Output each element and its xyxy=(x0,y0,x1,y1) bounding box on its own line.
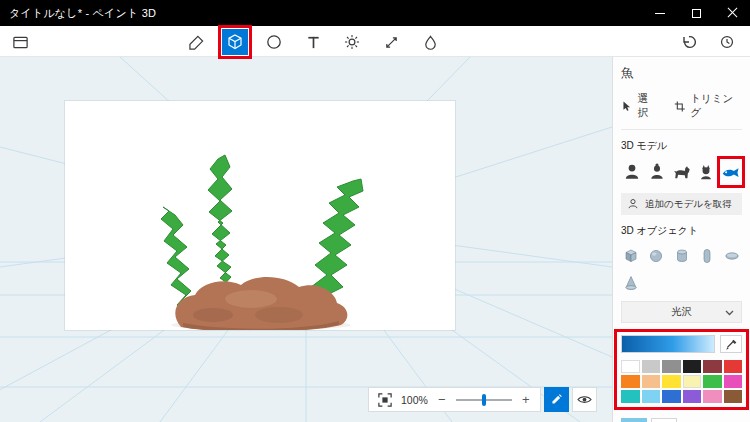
palette-swatch[interactable] xyxy=(724,375,743,388)
current-color-swatch[interactable] xyxy=(621,418,647,422)
text-icon xyxy=(306,35,321,50)
model-row xyxy=(621,160,742,184)
palette-swatch[interactable] xyxy=(683,390,702,403)
object-cylinder[interactable] xyxy=(672,245,692,267)
palette-swatch[interactable] xyxy=(724,360,743,373)
palette-swatch[interactable] xyxy=(642,390,661,403)
select-cursor-icon xyxy=(621,100,633,113)
panel-actions: 選択 トリミング xyxy=(621,92,742,130)
palette-swatch[interactable] xyxy=(662,390,681,403)
models-section-label: 3D モデル xyxy=(621,139,742,153)
color-palette xyxy=(621,360,742,403)
minimize-icon xyxy=(655,13,665,14)
palette-swatch[interactable] xyxy=(621,390,640,403)
model-dog[interactable] xyxy=(671,160,693,184)
menu-button[interactable] xyxy=(8,30,32,54)
get-more-models-label: 追加のモデルを取得 xyxy=(645,198,732,211)
chevron-down-icon xyxy=(725,310,734,316)
zoom-out-button[interactable]: − xyxy=(437,393,447,406)
close-button[interactable] xyxy=(714,0,750,26)
maximize-button[interactable] xyxy=(678,0,714,26)
zoom-bar: 100% − + xyxy=(368,387,597,412)
3d-shapes-icon xyxy=(227,34,243,50)
undo-button[interactable] xyxy=(678,31,700,53)
model-fish[interactable] xyxy=(720,160,742,184)
object-row-2 xyxy=(621,272,742,294)
tool-canvas[interactable] xyxy=(378,29,404,55)
palette-swatch[interactable] xyxy=(703,390,722,403)
close-icon xyxy=(727,8,737,18)
model-man[interactable] xyxy=(621,160,643,184)
toolbar xyxy=(0,26,750,57)
palette-swatch[interactable] xyxy=(703,375,722,388)
cat-icon xyxy=(697,163,715,181)
palette-swatch[interactable] xyxy=(724,390,743,403)
object-cube[interactable] xyxy=(621,245,641,267)
get-models-icon xyxy=(627,198,639,210)
view-mode-button[interactable] xyxy=(572,387,597,412)
zoom-slider-thumb[interactable] xyxy=(482,394,486,406)
man-icon xyxy=(623,163,641,181)
palette-swatch[interactable] xyxy=(703,360,722,373)
current-color-row: + xyxy=(621,418,742,422)
gloss-dropdown[interactable]: 光沢 xyxy=(621,301,742,323)
eyedropper-icon xyxy=(725,338,738,351)
stickers-icon xyxy=(266,34,282,50)
tool-3d-library[interactable] xyxy=(417,29,443,55)
palette-swatch[interactable] xyxy=(642,360,661,373)
object-disc[interactable] xyxy=(722,245,742,267)
side-panel: 魚 選択 トリミング 3D モデル xyxy=(612,57,750,422)
crop-icon xyxy=(674,100,686,113)
object-capsule[interactable] xyxy=(697,245,717,267)
add-color-button[interactable]: + xyxy=(651,418,677,422)
palette-swatch[interactable] xyxy=(642,375,661,388)
disc-icon xyxy=(723,247,741,265)
zoom-controls: 100% − + xyxy=(368,387,541,412)
model-woman[interactable] xyxy=(646,160,668,184)
titlebar: タイトルなし* - ペイント 3D xyxy=(0,0,750,26)
cylinder-icon xyxy=(673,247,691,265)
gloss-label: 光沢 xyxy=(671,305,692,319)
fit-screen-icon[interactable] xyxy=(378,393,392,407)
get-more-models-button[interactable]: 追加のモデルを取得 xyxy=(621,193,742,215)
workspace: 100% − + xyxy=(0,57,612,422)
sphere-icon xyxy=(647,247,665,265)
capsule-icon xyxy=(698,247,716,265)
tool-stickers[interactable] xyxy=(261,29,287,55)
shade-gradient[interactable] xyxy=(621,335,715,353)
gradient-row xyxy=(621,335,742,353)
seaweed-rock-scene xyxy=(65,101,455,330)
history-button[interactable] xyxy=(716,31,738,53)
palette-swatch[interactable] xyxy=(683,360,702,373)
zoom-slider[interactable] xyxy=(456,393,512,407)
canvas-icon xyxy=(384,35,399,50)
tool-brush[interactable] xyxy=(183,29,209,55)
object-sphere[interactable] xyxy=(646,245,666,267)
object-row-1 xyxy=(621,245,742,267)
palette-swatch[interactable] xyxy=(662,360,681,373)
crop-button[interactable]: トリミング xyxy=(674,92,742,120)
eye-icon xyxy=(577,392,592,407)
maximize-icon xyxy=(692,9,701,18)
palette-swatch[interactable] xyxy=(621,360,640,373)
history-icon xyxy=(719,34,735,50)
tool-effects[interactable] xyxy=(339,29,365,55)
paint3d-window: タイトルなし* - ペイント 3D xyxy=(0,0,750,422)
palette-swatch[interactable] xyxy=(621,375,640,388)
zoom-in-button[interactable]: + xyxy=(521,393,531,406)
object-cone[interactable] xyxy=(621,272,641,294)
select-button[interactable]: 選択 xyxy=(621,92,658,120)
drawing-canvas[interactable] xyxy=(65,101,455,330)
tool-text[interactable] xyxy=(300,29,326,55)
select-label: 選択 xyxy=(638,92,658,120)
tool-3d-shapes[interactable] xyxy=(222,29,248,55)
model-cat[interactable] xyxy=(695,160,717,184)
minimize-button[interactable] xyxy=(642,0,678,26)
palette-swatch[interactable] xyxy=(662,375,681,388)
eyedropper-button[interactable] xyxy=(720,335,742,353)
draw-mode-button[interactable] xyxy=(544,387,569,412)
menu-icon xyxy=(12,34,29,51)
effects-icon xyxy=(344,34,360,50)
palette-swatch[interactable] xyxy=(683,375,702,388)
panel-title: 魚 xyxy=(621,65,742,82)
